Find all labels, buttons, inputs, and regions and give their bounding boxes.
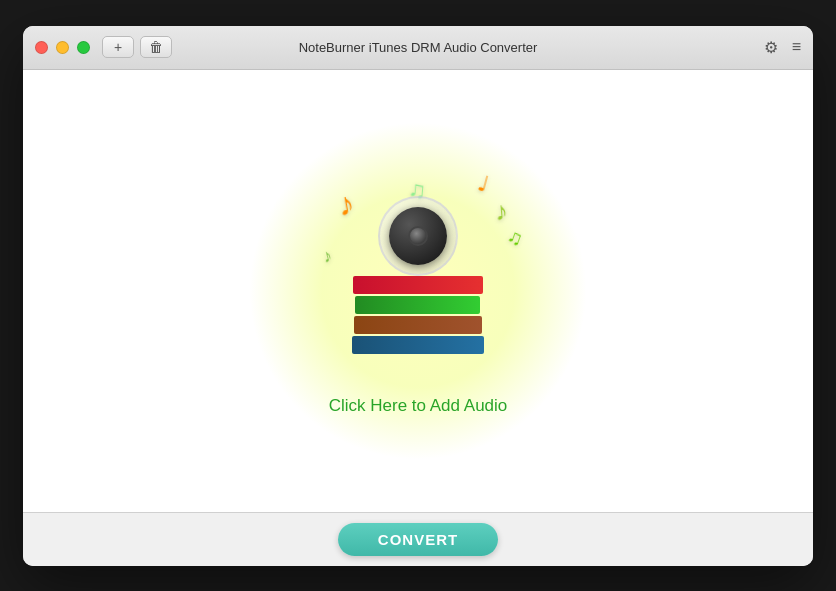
minimize-button[interactable] <box>56 41 69 54</box>
close-button[interactable] <box>35 41 48 54</box>
titlebar-right: ⚙ ≡ <box>764 38 801 57</box>
main-content[interactable]: ♪ ♫ ♩ ♪ ♫ ♪ <box>23 70 813 512</box>
speaker-illustration <box>378 196 458 276</box>
speaker-center <box>408 226 428 246</box>
maximize-button[interactable] <box>77 41 90 54</box>
book-1 <box>353 276 483 294</box>
menu-icon[interactable]: ≡ <box>792 38 801 56</box>
music-note-1: ♪ <box>335 184 357 223</box>
add-button[interactable]: + <box>102 36 134 58</box>
music-note-3: ♩ <box>475 170 491 198</box>
book-2 <box>355 296 480 314</box>
convert-button[interactable]: CONVERT <box>338 523 498 556</box>
book-4 <box>352 336 484 354</box>
center-illustration: ♪ ♫ ♩ ♪ ♫ ♪ <box>318 166 518 416</box>
toolbar-buttons: + 🗑 <box>102 36 172 58</box>
music-note-4: ♪ <box>494 195 510 227</box>
speaker-outer <box>378 196 458 276</box>
footer-bar: CONVERT <box>23 512 813 566</box>
music-note-5: ♫ <box>505 224 527 251</box>
book-3 <box>354 316 482 334</box>
speaker-inner <box>389 207 447 265</box>
gear-icon[interactable]: ⚙ <box>764 38 778 57</box>
traffic-lights <box>35 41 90 54</box>
add-audio-text[interactable]: Click Here to Add Audio <box>329 396 508 416</box>
delete-button[interactable]: 🗑 <box>140 36 172 58</box>
titlebar: + 🗑 NoteBurner iTunes DRM Audio Converte… <box>23 26 813 70</box>
window-title: NoteBurner iTunes DRM Audio Converter <box>299 40 538 55</box>
app-illustration: ♪ ♫ ♩ ♪ ♫ ♪ <box>318 166 518 366</box>
music-note-6: ♪ <box>320 245 334 268</box>
books-stack <box>353 276 483 356</box>
app-window: + 🗑 NoteBurner iTunes DRM Audio Converte… <box>23 26 813 566</box>
